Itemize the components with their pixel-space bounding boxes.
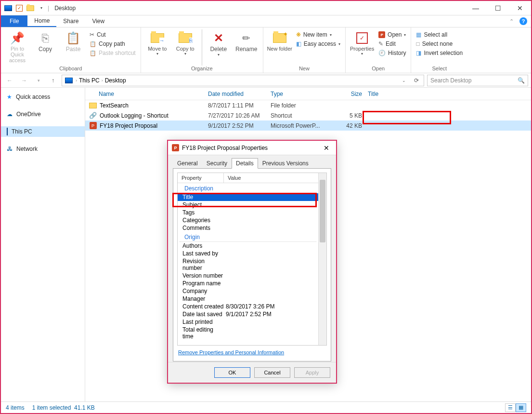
qa-dropdown-icon[interactable]: ▾ [37,3,46,13]
properties-icon [354,30,370,46]
file-row[interactable]: 🔗Outlook Logging - Shortcut 7/27/2017 10… [85,110,531,120]
tab-previous-versions[interactable]: Previous Versions [258,158,313,169]
chevron-right-icon[interactable]: › [76,78,77,83]
group-select-label: Select [414,66,465,72]
properties-dialog: P FY18 Project Proposal Properties ✕ Gen… [168,140,337,383]
prop-header-property[interactable]: Property [178,173,224,183]
prop-row[interactable]: Subject [178,201,318,209]
move-to-button[interactable]: Move to▾ [144,29,171,56]
properties-button[interactable]: Properties▾ [349,29,376,56]
prop-row[interactable]: Manager [178,295,318,303]
new-item-button[interactable]: ❋New item ▾ [294,31,342,39]
delete-icon: ✕ [211,30,226,46]
paste-button[interactable]: 📋 Paste [60,29,87,53]
dialog-close-button[interactable]: ✕ [321,143,332,153]
col-size[interactable]: Size [328,91,362,97]
prop-row[interactable]: Revision number [178,257,318,272]
prop-row[interactable]: Comments [178,224,318,232]
addr-dropdown-icon[interactable]: ⌄ [399,78,409,83]
prop-row[interactable]: Tags [178,209,318,216]
search-icon[interactable]: 🔍 [518,77,525,84]
help-icon[interactable]: ? [519,17,527,25]
close-button[interactable]: ✕ [509,1,531,15]
prop-header-value[interactable]: Value [224,173,318,183]
copy-button[interactable]: ⎘ Copy [32,29,59,53]
history-button[interactable]: 🕘History [376,49,408,57]
remove-properties-link[interactable]: Remove Properties and Personal Informati… [177,346,327,357]
minimize-button[interactable]: — [465,1,487,15]
cancel-button[interactable]: Cancel [254,367,290,378]
edit-icon: ✎ [378,40,383,47]
nav-recent-button[interactable]: ▾ [33,75,44,86]
nav-back-button[interactable]: ← [4,75,15,86]
col-date[interactable]: Date modified [208,91,271,97]
tab-details[interactable]: Details [232,158,258,169]
prop-row-title[interactable]: Title [178,193,318,201]
new-folder-button[interactable]: ✦ New folder [266,29,293,52]
collapse-ribbon-icon[interactable]: ⌃ [509,18,514,25]
tab-home[interactable]: Home [27,15,56,27]
maximize-button[interactable]: ☐ [487,1,509,15]
sidebar-item-thispc[interactable]: This PC [1,126,85,137]
select-all-button[interactable]: ▦Select all [414,31,465,39]
breadcrumb-thispc[interactable]: This PC [79,77,100,84]
file-menu[interactable]: File [1,15,27,27]
rename-icon: ✏ [239,30,254,46]
column-headers[interactable]: Name Date modified Type Size Title [85,88,531,100]
invert-icon: ◨ [416,50,421,56]
copy-icon: ⎘ [38,30,53,46]
paste-shortcut-button[interactable]: Paste shortcut [88,49,138,57]
prop-row[interactable]: Version number [178,272,318,280]
prop-row[interactable]: Program name [178,280,318,287]
delete-button[interactable]: ✕ Delete▾ [205,29,232,57]
prop-row[interactable]: Content created8/30/2017 3:26 PM [178,303,318,310]
invert-selection-button[interactable]: ◨Invert selection [414,49,465,57]
col-name[interactable]: Name [85,91,208,97]
group-organize-label: Organize [144,66,260,72]
sidebar-item-quick-access[interactable]: ★Quick access [1,92,85,102]
cut-button[interactable]: Cut [88,31,138,39]
copy-to-button[interactable]: Copy to▾ [172,29,199,56]
scrollbar[interactable] [318,173,326,345]
view-details-button[interactable]: ☰ [505,403,516,412]
new-folder-icon: ✦ [272,30,287,46]
tab-view[interactable]: View [85,15,111,27]
pc-icon [7,128,8,135]
view-large-button[interactable]: ▦ [516,403,526,412]
rename-button[interactable]: ✏ Rename [233,29,260,53]
sidebar-item-network[interactable]: 🖧Network [1,144,85,154]
file-row[interactable]: TextSearch 8/7/2017 1:11 PM File folder [85,100,531,110]
copy-path-button[interactable]: Copy path [88,40,138,48]
prop-row[interactable]: Total editing time [178,326,318,340]
col-title[interactable]: Title [362,91,451,97]
qa-check-icon[interactable]: ✓ [14,3,24,13]
select-none-button[interactable]: □Select none [414,40,465,48]
col-type[interactable]: Type [271,91,328,97]
open-button[interactable]: POpen ▾ [376,31,408,39]
prop-row[interactable]: Company [178,287,318,295]
nav-forward-button[interactable]: → [18,75,30,86]
sidebar-item-onedrive[interactable]: ☁OneDrive [1,109,85,120]
ok-button[interactable]: OK [214,367,250,378]
prop-row[interactable]: Categories [178,216,318,224]
edit-button[interactable]: ✎Edit [376,40,408,48]
prop-row[interactable]: Last saved by [178,250,318,257]
refresh-icon[interactable]: ⟳ [411,77,422,84]
chevron-right-icon[interactable]: › [102,78,103,83]
file-row-selected[interactable]: PFY18 Project Proposal 9/1/2017 2:52 PM … [85,120,531,131]
search-input[interactable]: Search Desktop 🔍 [427,75,528,86]
prop-row[interactable]: Authors [178,242,318,250]
easy-access-button[interactable]: ◧Easy access ▾ [294,40,342,48]
folder-icon [89,102,97,109]
tab-security[interactable]: Security [202,158,232,169]
prop-row[interactable]: Date last saved9/1/2017 2:52 PM [178,310,318,318]
address-bar-row: ← → ▾ ↑ › This PC › Desktop ⌄ ⟳ Search D… [1,73,531,88]
pin-to-quick-access-button[interactable]: 📌 Pin to Quick access [4,29,31,63]
tab-general[interactable]: General [173,158,202,169]
tab-share[interactable]: Share [56,15,85,27]
address-bar[interactable]: › This PC › Desktop ⌄ ⟳ [62,75,424,86]
prop-row[interactable]: Last printed [178,318,318,326]
breadcrumb-desktop[interactable]: Desktop [105,77,126,84]
nav-up-button[interactable]: ↑ [47,75,59,86]
apply-button[interactable]: Apply [294,367,330,378]
